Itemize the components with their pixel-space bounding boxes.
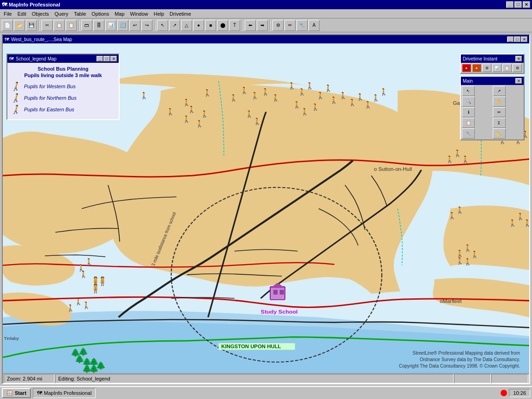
svg-text:KINGSTON UPON HULL: KINGSTON UPON HULL	[221, 344, 281, 349]
main-tool-sum[interactable]: Σ	[493, 118, 506, 128]
close-button[interactable]: ✕	[523, 1, 530, 8]
cut-button[interactable]: ✂	[42, 20, 53, 31]
western-bus-label: Pupils for Western Bus	[24, 84, 76, 89]
map-close[interactable]: ✕	[521, 36, 527, 42]
maximize-button[interactable]: □	[514, 1, 522, 8]
map-window: 🗺 West_bus_route_,...,Sea Map _ □ ✕	[2, 34, 530, 384]
toolbar-sep-4	[242, 20, 243, 30]
tb-tool10[interactable]: ●	[193, 20, 204, 31]
main-tool-edit[interactable]: ✏	[493, 107, 506, 117]
svg-text:🚶: 🚶	[363, 101, 373, 109]
svg-text:🌲: 🌲	[74, 354, 85, 364]
taskbar-mapinfo[interactable]: 🗺 MapInfo Professional	[33, 388, 96, 398]
menu-bar: File Edit Objects Query Table Options Ma…	[0, 9, 532, 18]
minimize-button[interactable]: _	[506, 1, 514, 8]
app-title-bar: 🗺 MapInfo Professional _ □ ✕	[0, 0, 532, 9]
legend-minimize[interactable]: _	[97, 56, 103, 61]
tb-tool12[interactable]: ⬤	[217, 20, 228, 31]
tb-tool14[interactable]: ⬅	[245, 20, 256, 31]
main-tool-measure[interactable]: 📐	[493, 128, 506, 139]
svg-text:🚶: 🚶	[82, 301, 91, 309]
tb-tool4[interactable]: 🔢	[117, 20, 128, 31]
main-close[interactable]: ✕	[515, 78, 522, 84]
dt-btn-4[interactable]: 📊	[492, 64, 502, 72]
menu-help[interactable]: Help	[151, 10, 167, 18]
main-tool-info[interactable]: ℹ	[462, 107, 475, 117]
tb-tool13[interactable]: T	[229, 20, 240, 31]
menu-table[interactable]: Table	[71, 10, 89, 18]
legend-maximize[interactable]: □	[103, 56, 110, 61]
map-maximize[interactable]: □	[514, 36, 520, 42]
svg-text:Study School: Study School	[261, 308, 298, 314]
svg-text:🚶: 🚶	[187, 105, 196, 114]
main-tool-arrow[interactable]: ↖	[462, 86, 475, 96]
tb-tool3[interactable]: 📊	[105, 20, 116, 31]
northern-bus-label: Pupils for Northern Bus	[24, 95, 77, 101]
tb-tool16[interactable]: ⚙	[272, 20, 284, 31]
main-tools-window: Main ✕ ↖ ↗ 🔍 ✋ ℹ ✏ 📋 Σ 🔧 📐	[460, 76, 525, 140]
start-button[interactable]: 🪟 Start	[2, 388, 31, 398]
copyright-text: StreetLine® Professional Mapping data de…	[399, 350, 520, 369]
svg-text:🚶: 🚶	[470, 250, 479, 259]
main-tool-copy[interactable]: 📋	[462, 118, 475, 128]
tb-tool5[interactable]: ↩	[129, 20, 140, 31]
svg-text:🚶: 🚶	[79, 270, 88, 278]
tb-tool2[interactable]: 🗄	[93, 20, 104, 31]
svg-text:oMarfleet: oMarfleet	[440, 299, 461, 304]
open-button[interactable]: 📂	[14, 20, 25, 31]
svg-text:🚶: 🚶	[261, 88, 270, 96]
menu-objects[interactable]: Objects	[29, 10, 52, 18]
tb-tool8[interactable]: ↗	[169, 20, 180, 31]
svg-text:🚶: 🚶	[203, 89, 212, 97]
dt-btn-5[interactable]: 📋	[502, 64, 512, 72]
new-button[interactable]: 📄	[2, 20, 13, 31]
svg-text:🚶: 🚶	[300, 108, 309, 116]
main-tool-zoom-in[interactable]: 🔍	[462, 97, 475, 107]
tb-tool19[interactable]: A	[308, 20, 320, 31]
tb-tool1[interactable]: 🗃	[81, 20, 92, 31]
svg-text:🚶: 🚶	[523, 218, 529, 227]
toolbar: 📄 📂 💾 ✂ 📋 📋 🗃 🗄 📊 🔢 ↩ ↪ ↖ ↗ △ ● ■ ⬤ T ⬅ …	[0, 18, 532, 32]
tb-tool18[interactable]: 🔧	[296, 20, 308, 31]
legend-header: School Bus Planning Pupils living outsid…	[11, 66, 115, 79]
copy-button[interactable]: 📋	[54, 20, 65, 31]
menu-query[interactable]: Query	[52, 10, 71, 18]
tb-tool11[interactable]: ■	[205, 20, 216, 31]
tb-tool9[interactable]: △	[181, 20, 192, 31]
menu-options[interactable]: Options	[89, 10, 112, 18]
main-area: 🗺 West_bus_route_,...,Sea Map _ □ ✕	[0, 32, 532, 386]
svg-text:🚶: 🚶	[166, 108, 175, 116]
svg-text:🚶: 🚶	[292, 101, 302, 109]
menu-file[interactable]: File	[1, 10, 15, 18]
save-button[interactable]: 💾	[26, 20, 37, 31]
dt-btn-2[interactable]: ●	[472, 64, 481, 72]
menu-map[interactable]: Map	[112, 10, 127, 18]
svg-text:🚶: 🚶	[379, 88, 388, 96]
tb-tool17[interactable]: ✏	[284, 20, 296, 31]
app-title: MapInfo Professional	[9, 2, 60, 7]
legend-item-western: 🚶 Pupils for Western Bus	[11, 82, 115, 91]
menu-edit[interactable]: Edit	[15, 10, 29, 18]
svg-text:🚶: 🚶	[461, 155, 470, 163]
legend-close[interactable]: ✕	[110, 56, 117, 61]
svg-text:🚶: 🚶	[356, 92, 365, 101]
main-tool-settings[interactable]: 🔧	[462, 128, 475, 139]
toolbar-sep-1	[39, 20, 40, 30]
svg-text:🚶: 🚶	[250, 91, 260, 99]
map-canvas[interactable]: 🧍 🧍 🧍 🌲 🌲 🌲 🌲 🌲 🌲 🌲 🌲 🌲 🌲 🌲 🌲 🌲 🌲	[3, 43, 529, 383]
main-tool-hand[interactable]: ✋	[493, 97, 506, 107]
drivetime-close[interactable]: ✕	[515, 56, 522, 61]
menu-window[interactable]: Window	[127, 10, 151, 18]
svg-text:🚶: 🚶	[316, 91, 325, 99]
dt-btn-6[interactable]: ⚙	[513, 64, 522, 72]
svg-text:🚶: 🚶	[245, 110, 254, 118]
map-minimize[interactable]: _	[507, 36, 514, 42]
dt-btn-3[interactable]: ⚙	[482, 64, 491, 72]
tb-tool6[interactable]: ↪	[141, 20, 152, 31]
main-tool-arrow2[interactable]: ↗	[493, 86, 506, 96]
dt-btn-1[interactable]: ●	[462, 64, 471, 72]
menu-drivetime[interactable]: Drivetime	[167, 10, 193, 18]
paste-button[interactable]: 📋	[66, 20, 77, 31]
tb-tool15[interactable]: ➡	[257, 20, 268, 31]
tb-tool7[interactable]: ↖	[157, 20, 168, 31]
